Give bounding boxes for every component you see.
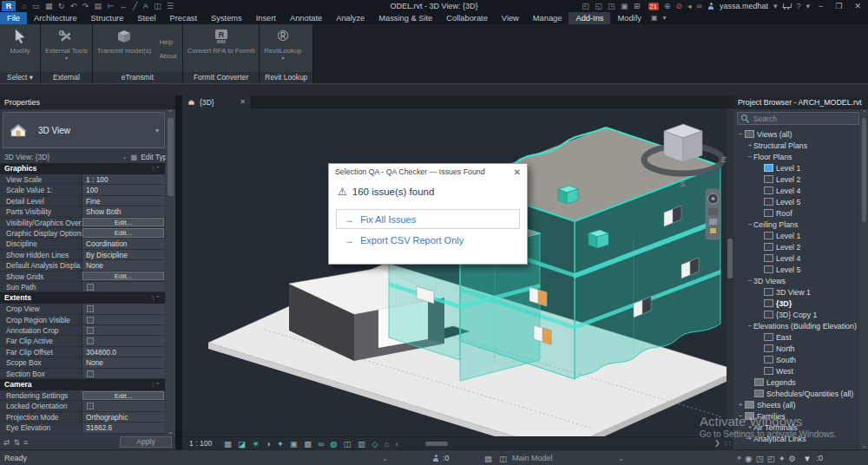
tree-item-floor-plans[interactable]: −Floor Plans — [733, 151, 868, 162]
panel-label-formit-converter[interactable]: FormIt Converter — [183, 72, 260, 83]
view-selector[interactable]: 3D View: {3D} — [4, 153, 118, 161]
tree-expander-icon[interactable]: + — [737, 401, 744, 409]
property-value[interactable] — [82, 315, 165, 324]
view-tab-3d[interactable]: {3D} ✕ — [182, 95, 252, 108]
select-links-icon[interactable]: ⌖ — [737, 453, 741, 463]
tree-item-legends[interactable]: Legends — [733, 377, 868, 388]
panel-label-select[interactable]: Select ▾ — [0, 72, 40, 83]
search-box[interactable] — [737, 112, 859, 125]
property-value[interactable]: 1 : 100 — [82, 174, 165, 184]
scroll-right-icon[interactable]: ❯ — [714, 439, 720, 448]
redo-icon[interactable]: ↷ — [82, 1, 89, 11]
tree-item-level-5[interactable]: Level 5 — [733, 264, 868, 275]
tree-expander-icon[interactable]: − — [746, 153, 753, 160]
checkbox[interactable] — [87, 403, 94, 409]
property-value[interactable] — [82, 369, 165, 378]
tree-item-west[interactable]: West — [733, 365, 868, 377]
tree-expander-icon[interactable]: + — [746, 141, 753, 149]
canvas-hscrollbar-thumb[interactable] — [425, 442, 448, 446]
apply-button[interactable]: Apply — [120, 436, 172, 448]
visual-style-icon[interactable]: ◪ — [238, 439, 246, 449]
property-value[interactable]: By Discipline — [82, 250, 165, 259]
tree-item-level-4[interactable]: Level 4 — [733, 185, 868, 196]
property-value[interactable]: Show Both — [82, 206, 165, 216]
type-selector-chevron-icon[interactable]: ▾ — [155, 127, 159, 134]
editable-only-icon[interactable] — [432, 455, 439, 462]
tree-item-sheets-all[interactable]: +Sheets (all) — [733, 399, 868, 410]
tree-item-level-2[interactable]: Level 2 — [733, 174, 868, 185]
tree-item-level-2[interactable]: Level 2 — [733, 241, 868, 252]
convert-rfa-to-formit-button[interactable]: RConvert RFA to FormIt — [185, 25, 258, 72]
section-collapse-icon[interactable]: ⁝ ⌃ — [152, 163, 161, 174]
reveal-hidden-icon[interactable]: ◍ — [330, 439, 337, 449]
back-icon[interactable]: ◂ — [687, 2, 692, 10]
close-hidden-icon[interactable]: ◱ — [595, 1, 602, 11]
scale-control[interactable]: 1 : 100 — [189, 439, 212, 448]
tree-item-roof[interactable]: Roof — [733, 207, 868, 219]
tree-expander-icon[interactable]: − — [737, 412, 744, 420]
detail-level-icon[interactable]: ▦ — [224, 439, 232, 449]
tree-item-south[interactable]: South — [733, 354, 868, 365]
export-csv-button[interactable]: → Export CSV Report Only — [336, 235, 520, 246]
properties-header[interactable]: Properties — [0, 95, 175, 109]
property-value[interactable]: 100 — [82, 185, 165, 194]
tab-systems[interactable]: Systems — [204, 12, 249, 24]
section-header-graphics[interactable]: Graphics⁝ ⌃ — [0, 163, 165, 174]
tree-item-elevations-building-elevation[interactable]: −Elevations (Building Elevation) — [733, 320, 868, 331]
help-chevron-icon[interactable]: ▾ — [806, 2, 811, 10]
tree-item-3d[interactable]: {3D} — [733, 298, 868, 309]
property-value[interactable]: Coordination — [82, 239, 165, 248]
edit-button[interactable]: Edit... — [82, 272, 164, 280]
tree-expander-icon[interactable]: + — [746, 423, 753, 431]
signin-warning-icon[interactable]: ⊘ — [676, 2, 683, 10]
search-input[interactable] — [753, 115, 840, 123]
drag-on-selection-icon[interactable]: ✦ — [779, 454, 786, 463]
tab-add-ins[interactable]: Add-Ins — [569, 12, 610, 24]
tab-file[interactable]: File — [0, 12, 27, 24]
property-value[interactable] — [82, 401, 165, 410]
print-icon[interactable]: ▤ — [95, 1, 102, 11]
filter-icon[interactable]: ▼ — [803, 454, 811, 463]
tree-expander-icon[interactable]: − — [746, 277, 753, 285]
tree-expander-icon[interactable]: − — [746, 322, 753, 330]
undo-icon[interactable]: ↶ — [70, 1, 77, 11]
design-options-chevron-icon[interactable]: ⌄ — [382, 455, 388, 462]
accessibility-icon[interactable]: ⊕ — [664, 2, 671, 10]
collapse-icon[interactable]: ‹ — [396, 439, 398, 449]
viewcube-east-label[interactable]: E — [721, 155, 727, 164]
property-value[interactable]: Orthographic — [82, 412, 165, 422]
tab-steel[interactable]: Steel — [130, 12, 162, 24]
restore-button[interactable]: ❐ — [832, 2, 845, 10]
properties-scrollbar[interactable]: ⌃⌄ — [166, 109, 175, 436]
tree-item-structural-plans[interactable]: +Structural Plans — [733, 140, 868, 151]
tree-item-east[interactable]: East — [733, 331, 868, 343]
property-value[interactable] — [82, 282, 165, 291]
home-icon[interactable]: ⌂ — [22, 1, 26, 11]
help-button[interactable]: Help — [159, 38, 176, 46]
tab-modify[interactable]: Modify — [610, 12, 648, 24]
checkbox[interactable] — [87, 305, 94, 312]
about-button[interactable]: About — [159, 52, 176, 60]
select-underlay-icon[interactable]: ◉ — [745, 454, 752, 463]
tab-precast[interactable]: Precast — [163, 12, 205, 24]
section-header-camera[interactable]: Camera⁝ ⌃ — [0, 379, 165, 390]
modify-button[interactable]: Modify — [2, 25, 38, 72]
view-selector-chevron-icon[interactable]: ⌄ — [122, 154, 127, 160]
browser-scrollbar[interactable]: ⌃⌄ — [860, 109, 868, 449]
tree-item-ceiling-plans[interactable]: −Ceiling Plans — [733, 219, 868, 230]
worksets-icon[interactable]: ▤ — [484, 454, 492, 463]
revit-logo[interactable]: R — [2, 1, 16, 11]
property-value[interactable] — [82, 336, 165, 345]
tree-item-3d-view-1[interactable]: 3D View 1 — [733, 286, 868, 298]
sync-icon[interactable]: ↻ — [58, 1, 65, 11]
select-by-face-icon[interactable]: ◰ — [767, 454, 775, 463]
tree-expander-icon[interactable]: − — [737, 130, 744, 138]
edit-button[interactable]: Edit... — [82, 391, 164, 400]
cascade-icon[interactable]: ▣ — [621, 1, 628, 11]
tab-view[interactable]: View — [495, 12, 526, 24]
transmit-model-s-button[interactable]: Transmit model(s) — [95, 25, 155, 72]
replicate-icon[interactable]: ◳ — [608, 1, 615, 11]
switch-windows-icon[interactable]: ◰ — [582, 1, 589, 11]
panel-label-etransmit[interactable]: eTransmit — [93, 72, 182, 83]
project-browser-header[interactable]: Project Browser - ARCH_MODEL.rvt — [733, 95, 868, 109]
